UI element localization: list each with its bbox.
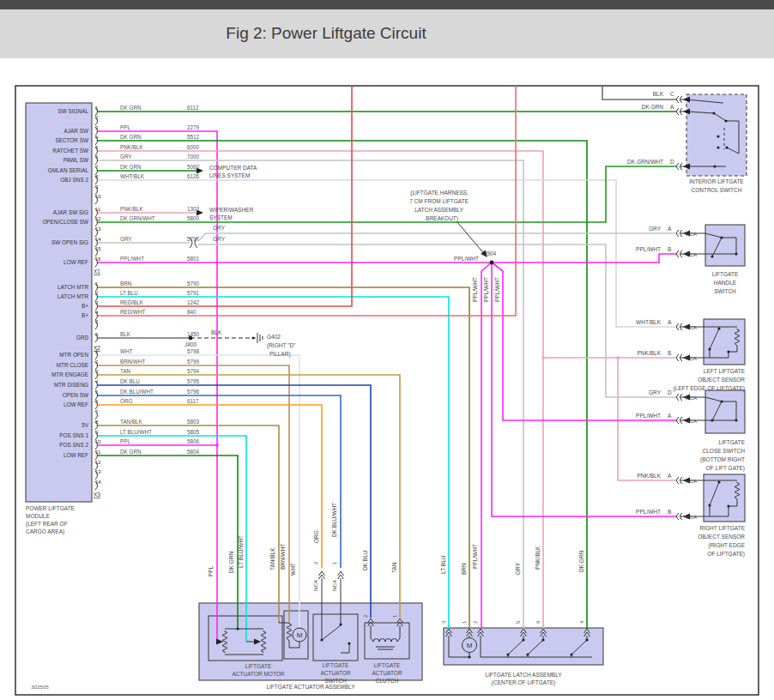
circuit-number-tag: 5798 <box>187 348 200 354</box>
diagram-label: PILLAR) <box>269 351 291 358</box>
liftgate-actuator-clutch <box>365 623 409 659</box>
pin-number: 2 <box>95 291 99 296</box>
pin-name: 5V <box>82 422 89 428</box>
diagram-label: A <box>668 319 672 325</box>
pin-name: LOW REF <box>63 401 88 407</box>
diagram-label: LIFTGATE <box>323 662 349 668</box>
pin-name: AJAR SW SIG <box>53 209 88 215</box>
wire-pnkblk-branch-right-sensor <box>618 358 676 480</box>
diagram-label: LIFTGATE <box>712 271 739 277</box>
diagram-label: LIFTGATE <box>374 662 401 668</box>
diagram-label: GRY <box>649 226 662 232</box>
wire-color-tag: DK GRN <box>120 105 142 111</box>
motor-label: M <box>297 631 303 639</box>
diagram-label: OF LIFT GATE) <box>706 465 745 472</box>
diagram-label: SWITCH <box>324 678 347 684</box>
diagram-label: 2 <box>313 561 318 564</box>
diagram-label: NCA <box>686 395 698 401</box>
diagram-label: BRN/WHT <box>280 544 286 570</box>
circuit-number-tag: 840 <box>187 309 197 315</box>
wire-blk-interior-c <box>602 86 676 100</box>
diagram-label: 6 <box>535 620 541 624</box>
junction-dot <box>348 642 350 644</box>
diagram-label: CONTROL SWITCH <box>692 187 742 193</box>
circuit-number-tag: 5800 <box>187 215 200 221</box>
circuit-number-tag: 5512 <box>187 134 200 140</box>
pin-number: 12 <box>95 460 101 465</box>
pin-name: B+ <box>82 312 88 318</box>
junction-dot <box>717 480 720 483</box>
diagram-label: MODULE <box>26 513 50 519</box>
wire-color-tag: LT BLU <box>120 290 138 296</box>
diagram-label: GRY <box>515 562 521 575</box>
diagram-label: PPL/WHT <box>636 509 661 515</box>
circuit-number-tag: 5803 <box>187 419 200 425</box>
wiring-diagram-page: Fig 2: Power Liftgate Circuit MMBLKCDK G… <box>0 0 774 700</box>
pin-number: 10 <box>95 194 101 199</box>
wire-mtr-engage-5794 <box>97 375 400 618</box>
diagram-label: WIPER/WASHER <box>209 207 254 213</box>
pin-number: 1 <box>95 281 99 287</box>
pin-name: MTR DISENG <box>54 382 88 388</box>
diagram-label: B <box>668 246 671 252</box>
diagram-label: A <box>668 226 672 232</box>
diagram-label: PNK/BLK <box>638 473 662 479</box>
pin-number: 5 <box>95 145 99 150</box>
circuit-number-tag: 5797 <box>187 236 200 242</box>
junction-dot <box>708 347 711 350</box>
pin-name: B+ <box>82 303 88 309</box>
diagram-label: PPL/WHT <box>636 413 661 419</box>
interior-liftgate-control-switch <box>686 94 747 176</box>
diagram-label: 302505 <box>31 684 49 690</box>
wire-color-tag: WHT/BLK <box>120 173 145 179</box>
diagram-label: OBJECT SENSOR <box>698 377 745 383</box>
diagram-label: DK GRN <box>642 104 664 110</box>
junction-dot <box>717 135 719 137</box>
wire-color-tag: GRY <box>120 154 132 160</box>
circuit-number-tag: 5801 <box>187 256 200 262</box>
diagram-label: LINES SYSTEM <box>209 172 250 178</box>
junction-dot <box>585 638 588 641</box>
circuit-number-tag: 1450 <box>187 331 200 337</box>
circuit-number-tag: 1303 <box>187 206 200 212</box>
circuit-number-tag: 5799 <box>187 359 200 365</box>
wire-color-tag: DK GRN <box>120 164 142 170</box>
diagram-label: HANDLE <box>714 280 737 286</box>
wire-color-tag: PPL/WHT <box>120 256 144 262</box>
diagram-label: PNK/BLK <box>638 350 662 356</box>
diagram-label: SWITCH <box>714 288 736 294</box>
pin-number: 4 <box>95 310 99 315</box>
junction-dot <box>720 400 723 402</box>
diagram-label: J904 <box>484 250 496 256</box>
diagram-label: D <box>670 159 674 165</box>
pin-name: LOW REF <box>63 259 88 265</box>
circuit-number-tag: 5794 <box>187 368 200 374</box>
pin-number: 9 <box>95 430 99 435</box>
diagram-label: J400 <box>184 341 197 347</box>
pin-name: LATCH MTR <box>57 293 88 299</box>
diagram-label: NCA <box>686 355 698 361</box>
diagram-label: 1 <box>462 620 467 624</box>
liftgate-close-switch <box>705 390 745 433</box>
diagram-label: A <box>668 473 672 479</box>
diagram-label: GRY <box>213 236 226 242</box>
wire-open-close-sw-5800 <box>97 166 676 222</box>
pin-number: 10 <box>95 439 101 444</box>
junction-dot <box>570 653 572 655</box>
circuit-number-tag: 6112 <box>187 105 199 111</box>
wire-color-tag: PNK/BLK <box>120 206 143 212</box>
connector-id: X1 <box>94 269 100 275</box>
diagram-label: 1 <box>332 561 337 564</box>
diagram-label: OBJECT SENSOR <box>698 534 745 540</box>
circuit-number-tag: 6117 <box>187 398 199 404</box>
pin-name: POS SNS 1 <box>59 432 88 438</box>
pin-name: GRD <box>76 335 89 341</box>
pin-name: MTR OPEN <box>59 352 88 358</box>
wire-color-tag: PPL <box>120 438 130 444</box>
wire-color-tag: BLK <box>120 331 131 337</box>
pin-name: LATCH MTR <box>57 284 88 290</box>
pin-number: 6 <box>95 154 99 160</box>
wire-color-tag: WHT <box>120 348 132 354</box>
diagram-label: PPL <box>208 565 214 576</box>
pin-number: 11 <box>95 450 101 455</box>
